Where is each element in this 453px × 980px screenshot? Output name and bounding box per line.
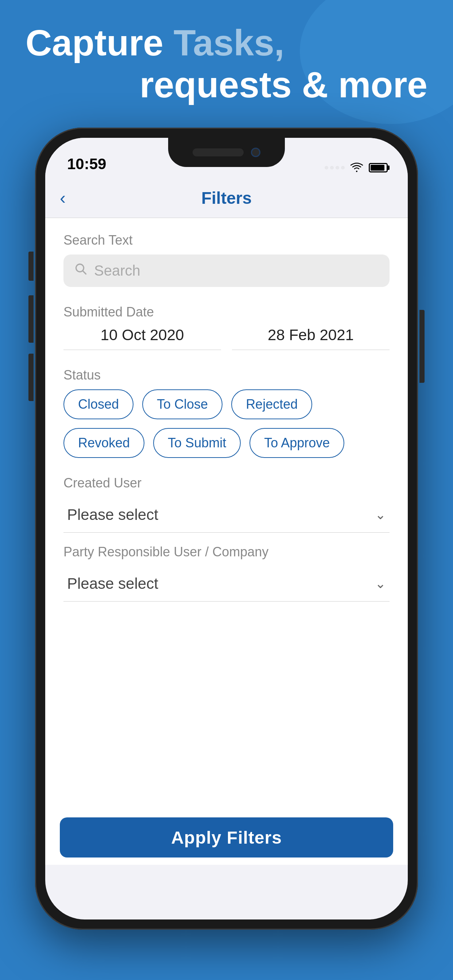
party-responsible-label: Party Responsible User / Company: [64, 544, 389, 560]
search-placeholder-text: Search: [94, 262, 140, 279]
status-tag-to-approve[interactable]: To Approve: [249, 428, 344, 458]
back-button[interactable]: ‹: [60, 188, 65, 208]
apply-button-container: Apply Filters: [45, 810, 408, 865]
status-tag-to-close[interactable]: To Close: [142, 390, 222, 419]
party-responsible-placeholder: Please select: [67, 575, 158, 592]
created-user-dropdown[interactable]: Please select ⌄: [64, 497, 389, 533]
date-from-field[interactable]: 10 Oct 2020: [64, 326, 221, 350]
phone-shell: 10:59: [35, 127, 418, 930]
date-to-field[interactable]: 28 Feb 2021: [232, 326, 389, 350]
status-time: 10:59: [67, 155, 106, 173]
search-section-label: Search Text: [64, 232, 389, 248]
status-tags-container: Closed To Close Rejected Revoked To Subm…: [64, 390, 389, 458]
created-user-label: Created User: [64, 476, 389, 491]
date-range: 10 Oct 2020 28 Feb 2021: [64, 326, 389, 350]
search-icon: [74, 262, 88, 279]
hero-title-normal: Capture: [26, 22, 174, 63]
status-tag-revoked[interactable]: Revoked: [64, 428, 144, 458]
phone-device: 10:59: [35, 127, 418, 930]
date-section-label: Submitted Date: [64, 304, 389, 320]
volume-mute-button: [29, 251, 33, 281]
content-scroll: Search Text Search Submitted Date: [45, 218, 408, 628]
chevron-down-icon-2: ⌄: [375, 576, 386, 591]
hero-title-line2: requests & more: [26, 64, 427, 106]
wifi-icon: [350, 162, 364, 173]
status-icons: [325, 162, 388, 173]
chevron-down-icon: ⌄: [375, 507, 386, 522]
signal-icon: [325, 166, 345, 170]
notch: [168, 138, 285, 167]
navigation-bar: ‹ Filters: [45, 178, 408, 218]
page-title: Filters: [201, 188, 252, 208]
battery-icon: [369, 163, 388, 172]
status-tag-closed[interactable]: Closed: [64, 390, 134, 419]
power-button: [420, 310, 424, 383]
created-user-section: Created User Please select ⌄: [64, 476, 389, 533]
content-area: Search Text Search Submitted Date: [45, 218, 408, 865]
party-responsible-dropdown[interactable]: Please select ⌄: [64, 566, 389, 601]
status-tag-to-submit[interactable]: To Submit: [153, 428, 241, 458]
hero-title-highlight: Tasks,: [174, 22, 284, 63]
hero-section: Capture Tasks, requests & more: [0, 22, 453, 106]
speaker: [193, 148, 244, 156]
front-camera: [251, 148, 260, 157]
party-responsible-section: Party Responsible User / Company Please …: [64, 544, 389, 601]
phone-screen: 10:59: [45, 138, 408, 920]
volume-down-button: [29, 354, 33, 401]
status-section-label: Status: [64, 368, 389, 383]
svg-line-1: [83, 271, 86, 274]
hero-title-line1: Capture Tasks,: [26, 22, 427, 64]
volume-up-button: [29, 295, 33, 343]
status-tag-rejected[interactable]: Rejected: [231, 390, 312, 419]
search-input[interactable]: Search: [64, 255, 389, 287]
apply-filters-button[interactable]: Apply Filters: [60, 818, 393, 858]
created-user-placeholder: Please select: [67, 506, 158, 523]
